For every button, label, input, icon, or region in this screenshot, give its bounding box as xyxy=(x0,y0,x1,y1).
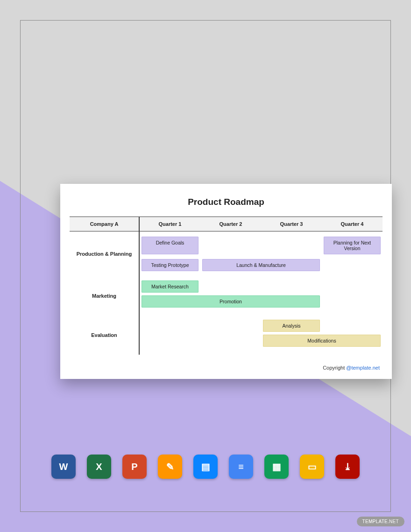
format-icon-row: W X P ✎ ▤ ≡ ▦ ▭ ⤓ xyxy=(21,455,390,479)
pages-glyph: ✎ xyxy=(166,461,174,472)
header-q1: Quarter 1 xyxy=(140,217,200,231)
word-glyph: W xyxy=(59,462,68,472)
template-net-badge[interactable]: TEMPLATE.NET xyxy=(357,517,404,526)
bar-promotion: Promotion xyxy=(142,295,320,308)
bar-planning-next: Planning for Next Version xyxy=(324,237,381,254)
row-label-marketing: Marketing xyxy=(70,276,140,315)
bar-analysis: Analysis xyxy=(263,320,320,332)
document-sheet: Product Roadmap Company A Quarter 1 Quar… xyxy=(60,184,392,379)
header-q3: Quarter 3 xyxy=(261,217,322,231)
copyright: Copyright @template.net xyxy=(70,365,383,371)
excel-icon[interactable]: X xyxy=(87,455,111,479)
word-icon[interactable]: W xyxy=(51,455,76,479)
google-docs-icon[interactable]: ≡ xyxy=(229,455,253,479)
header-q2: Quarter 2 xyxy=(200,217,261,231)
docs-glyph: ≡ xyxy=(238,462,244,472)
pdf-glyph: ⤓ xyxy=(344,461,352,472)
ppt-glyph: P xyxy=(131,462,137,472)
row-label-evaluation: Evaluation xyxy=(70,315,140,355)
bar-define-goals: Define Goals xyxy=(142,237,198,254)
copyright-link[interactable]: @template.net xyxy=(346,365,380,371)
pdf-icon[interactable]: ⤓ xyxy=(335,455,360,479)
excel-glyph: X xyxy=(96,462,102,472)
bar-market-research: Market Research xyxy=(142,280,198,293)
outer-frame: Product Roadmap Company A Quarter 1 Quar… xyxy=(20,20,391,512)
row-body-marketing: Market Research Promotion xyxy=(140,276,383,315)
row-body-production: Define Goals Planning for Next Version T… xyxy=(140,231,383,276)
badge-b: .NET xyxy=(388,519,399,524)
google-slides-icon[interactable]: ▭ xyxy=(300,455,324,479)
bar-modifications: Modifications xyxy=(263,335,381,347)
header-q4: Quarter 4 xyxy=(322,217,383,231)
pages-icon[interactable]: ✎ xyxy=(158,455,182,479)
copyright-prefix: Copyright xyxy=(323,365,346,371)
powerpoint-icon[interactable]: P xyxy=(122,455,147,479)
sheets-glyph: ▦ xyxy=(272,461,281,472)
header-company: Company A xyxy=(70,217,140,231)
slides-glyph: ▭ xyxy=(308,461,317,472)
bar-launch-manufacture: Launch & Manufacture xyxy=(202,259,320,271)
keynote-icon[interactable]: ▤ xyxy=(193,455,218,479)
row-body-evaluation: Analysis Modifications xyxy=(140,315,383,355)
bar-testing-prototype: Testing Prototype xyxy=(142,259,198,271)
page-title: Product Roadmap xyxy=(70,197,383,207)
google-sheets-icon[interactable]: ▦ xyxy=(264,455,289,479)
badge-a: TEMPLATE xyxy=(362,519,388,524)
row-label-production: Production & Planning xyxy=(70,231,140,276)
roadmap-grid: Company A Quarter 1 Quarter 2 Quarter 3 … xyxy=(70,217,383,355)
keynote-glyph: ▤ xyxy=(201,461,210,472)
